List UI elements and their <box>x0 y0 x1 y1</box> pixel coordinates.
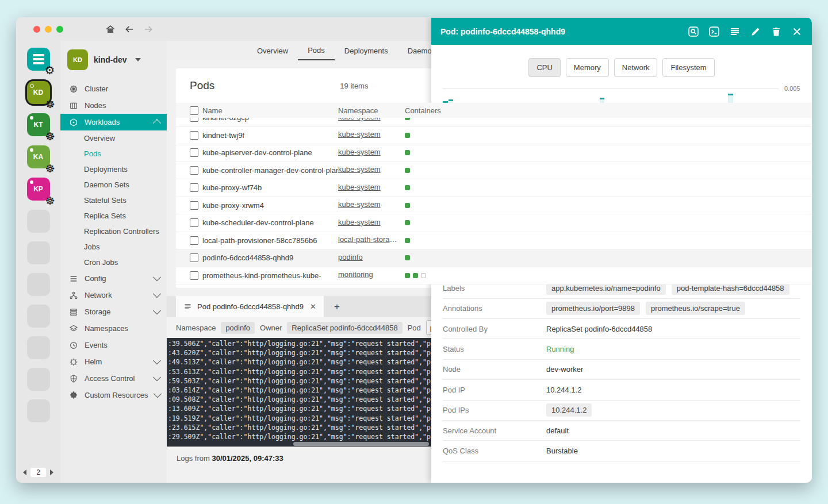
close-tab-icon[interactable]: ✕ <box>310 302 316 311</box>
namespace-link[interactable]: podinfo <box>338 253 363 261</box>
sidebar-subitem-pods[interactable]: Pods <box>60 146 167 161</box>
table-row[interactable]: podinfo-6dccd44858-qhhd9podinfo <box>176 249 812 267</box>
sidebar-item-helm[interactable]: Helm <box>60 353 167 370</box>
namespace-link[interactable]: kube-system <box>338 183 381 191</box>
sidebar-subitem-replica-sets[interactable]: Replica Sets <box>60 208 167 224</box>
close-window-button[interactable] <box>33 26 40 33</box>
cluster-placeholder <box>27 399 50 422</box>
detail-value: Burstable <box>546 447 578 455</box>
row-checkbox[interactable] <box>190 201 198 210</box>
minimize-window-button[interactable] <box>45 26 52 33</box>
sidebar-subitem-cron-jobs[interactable]: Cron Jobs <box>60 255 167 270</box>
scrollbar-thumb[interactable] <box>293 442 429 446</box>
row-checkbox[interactable] <box>190 166 198 175</box>
row-checkbox[interactable] <box>190 218 198 227</box>
sidebar-item-network[interactable]: Network <box>60 287 167 303</box>
table-header: Name Namespace Containers <box>176 103 812 118</box>
close-icon[interactable] <box>791 25 803 37</box>
page-prev-icon[interactable] <box>23 470 26 475</box>
table-row[interactable]: kube-apiserver-dev-control-planekube-sys… <box>176 144 812 162</box>
namespace-link[interactable]: kube-system <box>338 130 381 138</box>
terminal-icon[interactable] <box>708 25 720 37</box>
detail-row-controlled-by: Controlled ByReplicaSet podinfo-6dccd448… <box>443 319 800 339</box>
sidebar-item-cluster[interactable]: Cluster <box>60 80 167 97</box>
page-next-icon[interactable] <box>50 470 53 475</box>
table-row[interactable]: kube-scheduler-dev-control-planekube-sys… <box>176 214 812 232</box>
tab-overview[interactable]: Overview <box>247 41 298 60</box>
row-checkbox[interactable] <box>190 148 198 157</box>
namespace-link[interactable]: kube-system <box>338 148 381 156</box>
sidebar-item-namespaces[interactable]: Namespaces <box>60 320 167 337</box>
table-row[interactable]: kube-controller-manager-dev-control-plan… <box>176 162 812 180</box>
sidebar-item-storage[interactable]: Storage <box>60 303 167 320</box>
pod-name: kube-controller-manager-dev-control-plan… <box>202 166 338 175</box>
window-controls[interactable] <box>33 26 63 33</box>
table-row[interactable]: kindnet-twj9fkube-system <box>176 127 812 145</box>
logs-icon[interactable] <box>729 25 741 37</box>
table-row[interactable]: kube-proxy-xrwm4kube-system <box>176 197 812 215</box>
rail-pagination: 2 <box>16 468 60 477</box>
search-icon[interactable] <box>687 25 699 37</box>
cluster-icon-ka[interactable]: KA☸ <box>27 145 50 168</box>
cluster-initials: KT <box>34 121 43 129</box>
forward-icon[interactable] <box>143 24 154 35</box>
home-icon[interactable] <box>105 24 116 35</box>
namespace-link[interactable]: local-path-storage <box>338 235 398 244</box>
delete-icon[interactable] <box>770 25 782 37</box>
edit-icon[interactable] <box>749 25 761 37</box>
column-namespace[interactable]: Namespace <box>338 106 405 115</box>
namespace-link[interactable]: kube-system <box>338 218 381 226</box>
cluster-selector[interactable]: KD kind-dev <box>60 41 167 80</box>
metric-tab-memory[interactable]: Memory <box>566 58 609 77</box>
sidebar-subitem-deployments[interactable]: Deployments <box>60 161 167 177</box>
metric-tab-network[interactable]: Network <box>614 58 658 77</box>
new-tab-button[interactable]: + <box>324 296 350 317</box>
row-checkbox[interactable] <box>190 253 198 262</box>
namespace-link[interactable]: monitoring <box>338 270 373 279</box>
row-checkbox[interactable] <box>190 271 198 280</box>
row-checkbox[interactable] <box>190 183 198 192</box>
container-status-dot <box>405 238 410 243</box>
owner-label: Owner <box>260 324 282 332</box>
sidebar-item-config[interactable]: Config <box>60 270 167 287</box>
dock-tab-pod-logs[interactable]: Pod podinfo-6dccd44858-qhhd9 ✕ <box>176 296 324 317</box>
sidebar-item-workloads[interactable]: Workloads <box>60 114 167 130</box>
back-icon[interactable] <box>124 24 135 35</box>
sidebar-item-custom-resources[interactable]: Custom Resources <box>60 387 167 403</box>
column-containers[interactable]: Containers <box>405 106 812 115</box>
maximize-window-button[interactable] <box>56 26 63 33</box>
namespace-link[interactable]: kube-system <box>338 200 381 209</box>
storage-icon <box>68 307 78 317</box>
column-name[interactable]: Name <box>202 106 338 115</box>
detail-value: ReplicaSet podinfo-6dccd44858 <box>546 325 652 333</box>
sidebar-subitem-daemon-sets[interactable]: Daemon Sets <box>60 177 167 193</box>
table-row[interactable]: kube-proxy-wf74bkube-system <box>176 179 812 197</box>
sidebar-item-nodes[interactable]: Nodes <box>60 97 167 114</box>
chevron-down-icon <box>153 390 161 398</box>
detail-label: Controlled By <box>443 325 546 333</box>
tab-deployments[interactable]: Deployments <box>335 41 398 60</box>
page-title: Pods <box>190 79 214 92</box>
sidebar-subitem-jobs[interactable]: Jobs <box>60 239 167 255</box>
tab-pods[interactable]: Pods <box>298 41 335 60</box>
sidebar-item-access-control[interactable]: Access Control <box>60 370 167 387</box>
sidebar-subitem-overview[interactable]: Overview <box>60 130 167 146</box>
namespace-link[interactable]: kube-system <box>338 165 381 174</box>
detail-row-status: StatusRunning <box>443 339 800 359</box>
cluster-icon-kp[interactable]: KP☸ <box>27 178 50 201</box>
catalog-icon[interactable]: ⚙ <box>27 48 50 71</box>
table-row[interactable]: local-path-provisioner-58cc7856b6local-p… <box>176 232 812 250</box>
table-row[interactable]: prometheus-kind-prometheus-kube-monitori… <box>176 267 812 285</box>
select-all-checkbox[interactable] <box>190 106 198 115</box>
row-checkbox[interactable] <box>190 131 198 140</box>
sidebar-subitem-replication-controllers[interactable]: Replication Controllers <box>60 224 167 239</box>
sidebar-item-events[interactable]: Events <box>60 337 167 353</box>
pod-name: podinfo-6dccd44858-qhhd9 <box>202 253 338 262</box>
cluster-icon-kd[interactable]: KD☸ <box>27 81 50 104</box>
metric-tab-cpu[interactable]: CPU <box>528 58 560 77</box>
sidebar-subitem-stateful-sets[interactable]: Stateful Sets <box>60 193 167 208</box>
row-checkbox[interactable] <box>190 236 198 245</box>
metric-tab-filesystem[interactable]: Filesystem <box>662 58 714 77</box>
cluster-icon-kt[interactable]: KT☸ <box>27 113 50 136</box>
drawer-header: Pod: podinfo-6dccd44858-qhhd9 <box>431 18 812 45</box>
